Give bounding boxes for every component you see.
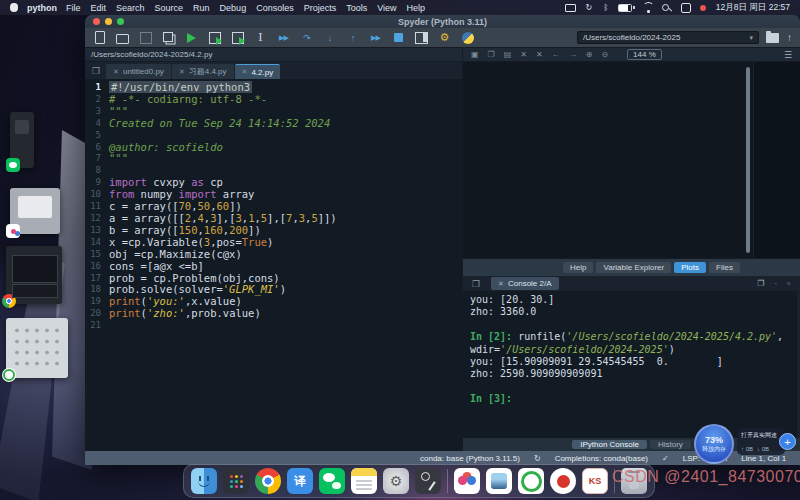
net-speed-widget[interactable]: 打开真实网速 ↑ 0B ↓ 0B bbox=[737, 428, 785, 455]
minimized-window-grid[interactable] bbox=[6, 318, 68, 378]
dot-icon[interactable]: · bbox=[774, 279, 777, 288]
menu-item-tools[interactable]: Tools bbox=[346, 3, 367, 13]
menu-item-projects[interactable]: Projects bbox=[304, 3, 337, 13]
apple-menu-icon[interactable] bbox=[10, 3, 18, 12]
options-icon[interactable]: ▫ bbox=[787, 279, 790, 288]
pane-tab-variable-explorer[interactable]: Variable Explorer bbox=[596, 262, 671, 273]
zoom-in-icon[interactable]: ⊕ bbox=[586, 50, 593, 59]
menu-item-file[interactable]: File bbox=[66, 3, 81, 13]
run-cell-icon[interactable] bbox=[208, 31, 221, 44]
dock-apple-app-icon[interactable] bbox=[550, 468, 576, 494]
stop-icon[interactable] bbox=[392, 31, 405, 44]
inspect-icon[interactable]: ❐ bbox=[757, 279, 764, 288]
step-into-icon[interactable]: ↓ bbox=[323, 31, 336, 44]
dock-settings-icon[interactable]: ⚙ bbox=[383, 468, 409, 494]
browse-tabs-icon[interactable]: ❐ bbox=[92, 66, 100, 76]
display-icon[interactable] bbox=[565, 3, 576, 13]
code-editor[interactable]: 1#!/usr/bin/env python32# -*- codiarng: … bbox=[85, 79, 462, 451]
menu-item-run[interactable]: Run bbox=[193, 3, 210, 13]
console-tab[interactable]: ✕ Console 2/A bbox=[491, 277, 558, 290]
preferences-icon[interactable]: ⚙ bbox=[438, 31, 451, 44]
dock-circles-app-icon[interactable] bbox=[454, 468, 480, 494]
minimized-window-dialog[interactable] bbox=[10, 188, 60, 234]
sync-icon[interactable]: ↻ bbox=[584, 3, 593, 13]
menu-item-edit[interactable]: Edit bbox=[91, 3, 107, 13]
close-tab-icon[interactable]: ✕ bbox=[179, 68, 185, 76]
debug-icon[interactable]: ▶▶ bbox=[277, 31, 290, 44]
step-over-icon[interactable]: ↷ bbox=[300, 31, 313, 44]
save-plot-icon[interactable]: ▣ bbox=[471, 50, 479, 59]
dock-ring-app-icon[interactable] bbox=[518, 468, 544, 494]
dock-gallery-app-icon[interactable] bbox=[486, 468, 512, 494]
copy-plot-icon[interactable]: ▤ bbox=[504, 50, 512, 59]
working-directory-select[interactable]: /Users/scofieldo/2024-2025 ▾ bbox=[577, 31, 759, 44]
wifi-icon[interactable] bbox=[643, 3, 654, 13]
active-app-name[interactable]: python bbox=[27, 3, 57, 13]
save-all-icon[interactable] bbox=[162, 31, 175, 44]
menu-item-debug[interactable]: Debug bbox=[220, 3, 247, 13]
widget-add-button[interactable]: + bbox=[779, 433, 796, 450]
dock-finder-icon[interactable] bbox=[191, 468, 217, 494]
bluetooth-icon[interactable]: ᛒ bbox=[601, 3, 610, 13]
close-window-button[interactable] bbox=[93, 18, 100, 25]
open-file-icon[interactable] bbox=[116, 31, 129, 44]
close-tab-icon[interactable]: ✕ bbox=[242, 68, 248, 76]
pane-tab-plots[interactable]: Plots bbox=[674, 262, 706, 273]
previous-plot-icon[interactable]: ← bbox=[552, 50, 560, 59]
continue-icon[interactable]: ▶▶ bbox=[369, 31, 382, 44]
window-titlebar[interactable]: Spyder (Python 3.11) bbox=[85, 15, 800, 28]
browse-consoles-icon[interactable]: ❐ bbox=[472, 279, 480, 289]
menu-item-consoles[interactable]: Consoles bbox=[256, 3, 294, 13]
bottom-tab-ipython-console[interactable]: IPython Console bbox=[572, 440, 647, 449]
minimized-window-wechat[interactable] bbox=[10, 112, 34, 168]
bottom-tab-history[interactable]: History bbox=[650, 440, 691, 449]
dock-translate-icon[interactable]: 译 bbox=[287, 468, 313, 494]
step-out-icon[interactable]: ↑ bbox=[346, 31, 359, 44]
zoom-window-button[interactable] bbox=[117, 18, 124, 25]
close-tab-icon[interactable]: ✕ bbox=[113, 68, 119, 76]
menu-item-view[interactable]: View bbox=[377, 3, 396, 13]
dock-keychain-icon[interactable] bbox=[415, 468, 441, 494]
plots-scrollbar[interactable] bbox=[746, 67, 750, 253]
completions-status[interactable]: Completions: conda(base) bbox=[555, 454, 648, 463]
dock-launchpad-icon[interactable] bbox=[223, 468, 249, 494]
battery-icon[interactable] bbox=[618, 3, 635, 13]
editor-tab[interactable]: ✕习题4.4.py bbox=[172, 64, 234, 79]
parent-directory-icon[interactable]: ↑ bbox=[787, 32, 792, 43]
dock-ks-app-icon[interactable]: KS bbox=[582, 468, 608, 494]
menu-item-search[interactable]: Search bbox=[116, 3, 145, 13]
console-output[interactable]: you: [20. 30.]zho: 3360.0 In [2]: runfil… bbox=[463, 291, 800, 438]
memory-cleaner-widget[interactable]: 73% 释放内存 bbox=[694, 424, 734, 464]
run-selection-icon[interactable]: I bbox=[254, 31, 267, 44]
search-icon[interactable] bbox=[662, 3, 673, 13]
plots-options-icon[interactable]: ☰ bbox=[784, 50, 792, 60]
python-env-icon[interactable] bbox=[461, 31, 474, 44]
maximize-pane-icon[interactable] bbox=[415, 31, 428, 44]
remove-all-plots-icon[interactable]: ✕ bbox=[536, 50, 543, 59]
ime-icon[interactable] bbox=[681, 3, 691, 13]
browse-directory-icon[interactable] bbox=[766, 33, 779, 43]
run-cell-advance-icon[interactable] bbox=[231, 31, 244, 44]
editor-tab[interactable]: ✕untitled0.py bbox=[106, 64, 171, 79]
save-icon[interactable] bbox=[139, 31, 152, 44]
minimize-window-button[interactable] bbox=[105, 18, 112, 25]
pane-tab-files[interactable]: Files bbox=[709, 262, 740, 273]
conda-env-status[interactable]: conda: base (Python 3.11.5) bbox=[420, 454, 520, 463]
zoom-out-icon[interactable]: ⊖ bbox=[601, 50, 608, 59]
save-all-plots-icon[interactable]: ❐ bbox=[488, 50, 495, 59]
menu-item-source[interactable]: Source bbox=[155, 3, 184, 13]
editor-tab[interactable]: ✕4.2.py bbox=[235, 64, 281, 79]
new-file-icon[interactable] bbox=[93, 31, 106, 44]
run-icon[interactable] bbox=[185, 31, 198, 44]
record-dot-icon[interactable] bbox=[699, 3, 708, 13]
dock-notes-icon[interactable] bbox=[351, 468, 377, 494]
remove-plot-icon[interactable]: ✕ bbox=[520, 50, 527, 59]
menu-item-help[interactable]: Help bbox=[407, 3, 426, 13]
pane-tab-help[interactable]: Help bbox=[563, 262, 593, 273]
dock-chrome-icon[interactable] bbox=[255, 468, 281, 494]
dock-wechat-icon[interactable] bbox=[319, 468, 345, 494]
next-plot-icon[interactable]: → bbox=[569, 50, 577, 59]
close-console-icon[interactable]: ✕ bbox=[498, 280, 504, 288]
menubar-clock[interactable]: 12月8日 周日 22:57 bbox=[716, 2, 790, 14]
minimized-window-browser[interactable] bbox=[6, 246, 62, 304]
